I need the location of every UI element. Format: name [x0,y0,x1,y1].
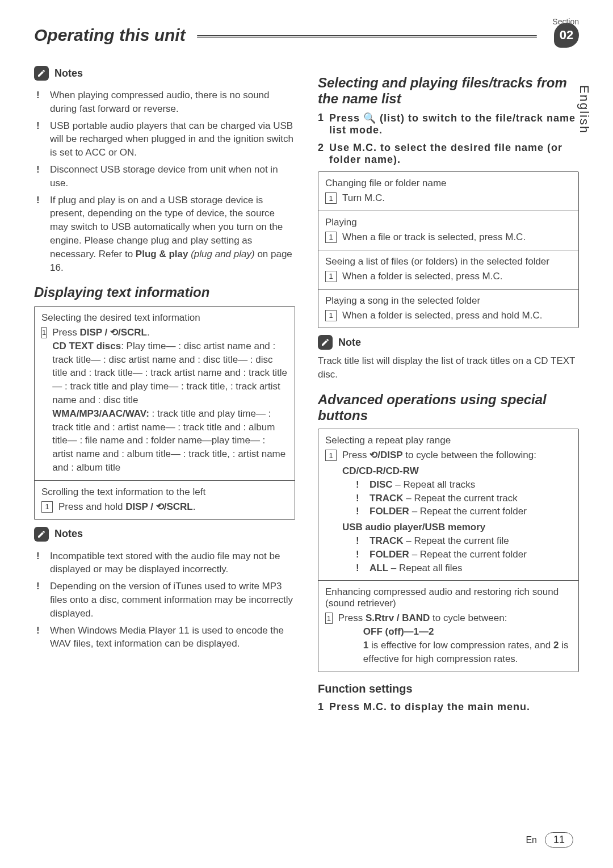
list-item: TRACK – Repeat the current file [342,534,536,548]
left-column: Notes When playing compressed audio, the… [34,65,295,715]
cell-title: Enhancing compressed audio and restoring… [325,586,572,609]
list-item: Disconnect USB storage device from unit … [34,163,295,190]
list-item: DISC – Repeat all tracks [342,478,536,492]
notes-list-1: When playing compressed audio, there is … [34,89,295,274]
step-number-icon: 1 [325,450,337,461]
heading-function-settings: Function settings [318,682,579,695]
heading-displaying-text: Displaying text information [34,284,295,300]
list-item: Incompatible text stored with the audio … [34,550,295,577]
heading-selecting-playing: Selecting and playing files/tracks from … [318,75,579,106]
list-item: When playing compressed audio, there is … [34,89,295,116]
note-heading: Note [338,337,361,349]
heading-advanced-ops: Advanced operations using special button… [318,392,579,423]
cell-title: Seeing a list of files (or folders) in t… [325,256,572,267]
section-label: Section [552,17,579,26]
list-item: ALL – Repeat all files [342,561,536,575]
list-item: TRACK – Repeat the current track [342,492,536,505]
step-2: 2 Use M.C. to select the desired file na… [318,142,579,166]
text-info-box: Selecting the desired text information 1… [34,306,295,520]
page-number: 11 [545,832,573,848]
notes-heading: Notes [54,68,83,79]
language-tab: English [577,85,591,134]
cell-title: Playing [325,217,572,228]
cell-title: Playing a song in the selected folder [325,295,572,307]
step-number-icon: 1 [325,232,337,243]
cell-title: Selecting the desired text information [41,312,288,324]
advanced-ops-box: Selecting a repeat play range 1 Press ⟲/… [318,429,579,672]
step-number-icon: 1 [41,327,47,338]
usb-header: USB audio player/USB memory [342,521,536,534]
function-step-1: 1 Press M.C. to display the main menu. [318,701,579,713]
page-title: Operating this unit [34,26,186,45]
cd-repeat-list: DISC – Repeat all tracks TRACK – Repeat … [342,478,536,518]
cell-title: Changing file or folder name [325,178,572,189]
cell-title: Selecting a repeat play range [325,435,572,446]
step-number-icon: 1 [325,192,337,204]
list-item: USB portable audio players that can be c… [34,119,295,160]
step-number-icon: 1 [325,613,333,624]
list-item: Depending on the version of iTunes used … [34,580,295,620]
cd-header: CD/CD-R/CD-RW [342,464,536,478]
list-item: If plug and play is on and a USB storage… [34,194,295,275]
note-body: Track title list will display the list o… [318,354,579,381]
notes-list-2: Incompatible text stored with the audio … [34,550,295,651]
footer: En 11 [526,832,573,848]
pencil-icon [34,66,49,81]
notes-heading: Notes [54,528,83,540]
pencil-icon [34,527,49,542]
header-rule [197,35,537,36]
step-number-icon: 1 [41,501,53,513]
step-1: 1 Press 🔍 (list) to switch to the file/t… [318,112,579,136]
pencil-icon [318,335,333,350]
cell-title: Scrolling the text information to the le… [41,487,288,498]
usb-repeat-list: TRACK – Repeat the current file FOLDER –… [342,534,536,575]
right-column: Selecting and playing files/tracks from … [318,65,579,715]
step-number-icon: 1 [325,271,337,282]
header-rule-2 [197,37,537,38]
list-item: FOLDER – Repeat the current folder [342,505,536,518]
step-number-icon: 1 [325,310,337,321]
file-ops-box: Changing file or folder name 1Turn M.C. … [318,171,579,328]
list-item: FOLDER – Repeat the current folder [342,548,536,561]
footer-lang: En [526,835,537,845]
list-item: When Windows Media Player 11 is used to … [34,624,295,651]
